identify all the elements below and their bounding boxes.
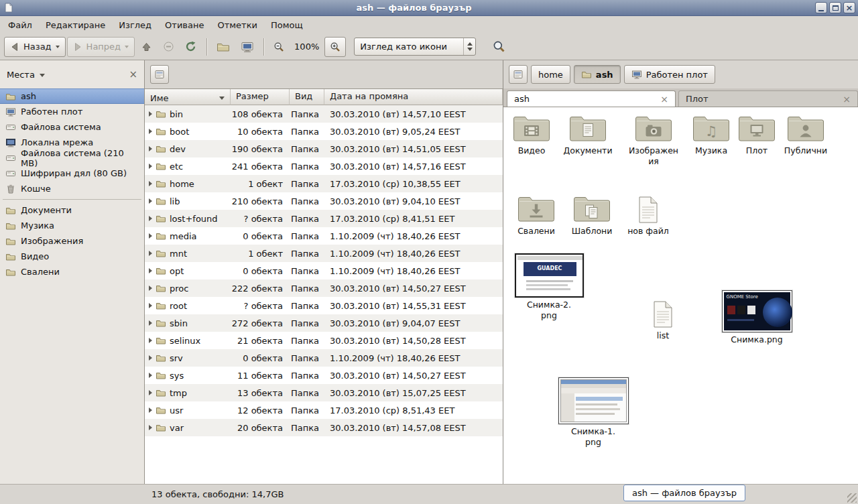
expander-icon[interactable] — [149, 338, 152, 343]
sidebar-item-filesystem[interactable]: Файлова система — [0, 119, 144, 135]
icon-item-templates[interactable]: Шаблони — [560, 193, 624, 237]
icon-view[interactable]: ВидеоДокументиИзображен ия♫МузикаПлотПуб… — [503, 107, 858, 484]
file-row-lost+found[interactable]: lost+found? обектаПапка17.03.2010 (ср) 8… — [145, 210, 503, 227]
expander-icon[interactable] — [149, 407, 152, 413]
path-button-desktop[interactable]: Работен плот — [624, 65, 715, 84]
file-row-sbin[interactable]: sbin272 обектаПапка30.03.2010 (вт) 9,04,… — [145, 314, 503, 332]
back-button[interactable]: Назад — [4, 37, 66, 57]
sidebar-selector-chevron-icon[interactable] — [40, 74, 45, 77]
icon-item-snimka-1[interactable]: Снимка-1. png — [561, 377, 625, 448]
sidebar-item-music[interactable]: Музика — [0, 218, 144, 233]
expander-icon[interactable] — [149, 390, 152, 395]
sidebar-item-pictures[interactable]: Изображения — [0, 233, 144, 249]
file-row-media[interactable]: media0 обектаПапка1.10.2009 (чт) 18,40,2… — [145, 227, 503, 245]
icon-item-downloads[interactable]: Свалени — [504, 193, 568, 237]
expander-icon[interactable] — [149, 373, 152, 378]
sidebar-item-videos[interactable]: Видео — [0, 249, 144, 264]
expander-icon[interactable] — [149, 198, 152, 204]
expander-icon[interactable] — [149, 320, 152, 326]
column-header-size[interactable]: Размер — [231, 89, 290, 105]
up-button[interactable] — [136, 37, 157, 57]
folder-icon — [156, 370, 166, 381]
expander-icon[interactable] — [149, 164, 152, 169]
file-row-tmp[interactable]: tmp13 обектаПапка30.03.2010 (вт) 15,07,2… — [145, 384, 503, 401]
sidebar-close-icon[interactable]: × — [129, 70, 137, 80]
sidebar-item-ash[interactable]: ash — [0, 88, 144, 104]
file-row-opt[interactable]: opt0 обектаПапка1.10.2009 (чт) 18,40,26 … — [145, 262, 503, 279]
expander-icon[interactable] — [149, 268, 152, 273]
file-row-home[interactable]: home1 обектПапка17.03.2010 (ср) 10,38,55… — [145, 175, 503, 192]
sidebar-item-volume-210[interactable]: Файлова система (210 MB) — [0, 150, 144, 166]
expander-icon[interactable] — [149, 181, 152, 186]
view-mode-select[interactable]: Изглед като икони — [354, 38, 476, 56]
file-row-mnt[interactable]: mnt1 обектПапка1.10.2009 (чт) 18,40,26 E… — [145, 245, 503, 262]
file-row-lib[interactable]: lib210 обектаПапка30.03.2010 (вт) 9,04,1… — [145, 192, 503, 210]
menu-file[interactable]: Файл — [1, 17, 39, 33]
menu-view[interactable]: Изглед — [112, 17, 158, 33]
expander-icon[interactable] — [149, 303, 152, 308]
expander-icon[interactable] — [149, 286, 152, 291]
zoom-in-button[interactable] — [324, 37, 346, 57]
file-date: 30.03.2010 (вт) 9,04,10 EEST — [324, 196, 503, 206]
icon-item-snimka[interactable]: GNOME StoreСнимка.png — [725, 290, 789, 345]
sidebar-item-documents[interactable]: Документи — [0, 202, 144, 218]
file-row-usr[interactable]: usr12 обектаПапка17.03.2010 (ср) 8,51,43… — [145, 401, 503, 419]
file-row-var[interactable]: var20 обектаПапка30.03.2010 (вт) 14,57,0… — [145, 419, 503, 436]
column-header-name[interactable]: Име — [145, 89, 231, 105]
minimize-button[interactable] — [815, 2, 827, 13]
file-row-bin[interactable]: bin108 обектаПапка30.03.2010 (вт) 14,57,… — [145, 105, 503, 123]
file-row-selinux[interactable]: selinux21 обектаПапка30.03.2010 (вт) 14,… — [145, 332, 503, 349]
icon-item-new-file[interactable]: нов файл — [616, 196, 680, 237]
close-button[interactable]: × — [843, 2, 855, 13]
expander-icon[interactable] — [149, 216, 152, 221]
titlebar[interactable]: ash — файлов браузър × — [0, 0, 858, 16]
icon-item-public[interactable]: Публични — [774, 113, 838, 156]
column-header-type[interactable]: Вид — [290, 89, 324, 105]
file-row-root[interactable]: root? обектаПапка30.03.2010 (вт) 14,55,3… — [145, 297, 503, 314]
column-header-date[interactable]: Дата на промяна — [324, 89, 503, 105]
tab-plot[interactable]: Плот× — [678, 90, 858, 107]
maximize-button[interactable] — [829, 2, 841, 13]
window-menu-icon[interactable] — [3, 2, 15, 14]
file-row-srv[interactable]: srv0 обектаПапка1.10.2009 (чт) 18,40,26 … — [145, 349, 503, 367]
path-button-home[interactable]: home — [531, 65, 570, 84]
path-button-location[interactable] — [509, 65, 528, 84]
forward-button[interactable]: Напред — [67, 37, 135, 57]
sidebar-item-trash[interactable]: Кошче — [0, 181, 144, 196]
menu-go[interactable]: Отиване — [158, 17, 210, 33]
expander-icon[interactable] — [149, 355, 152, 361]
sidebar-item-downloads[interactable]: Свалени — [0, 264, 144, 279]
tab-close-icon[interactable]: × — [843, 94, 851, 104]
zoom-out-button[interactable] — [269, 37, 289, 57]
tab-ash[interactable]: ash× — [507, 90, 676, 107]
menu-bookmarks[interactable]: Отметки — [210, 17, 263, 33]
file-row-dev[interactable]: dev190 обектаПапка30.03.2010 (вт) 14,51,… — [145, 140, 503, 158]
path-button-ash[interactable]: ash — [574, 65, 621, 84]
expander-icon[interactable] — [149, 111, 152, 117]
menu-edit[interactable]: Редактиране — [39, 17, 112, 33]
file-row-proc[interactable]: proc222 обектаПапка30.03.2010 (вт) 14,50… — [145, 279, 503, 297]
search-button[interactable] — [488, 37, 510, 57]
expander-icon[interactable] — [149, 146, 152, 151]
icon-item-pictures[interactable]: Изображен ия — [621, 113, 686, 168]
sidebar-item-desktop[interactable]: Работен плот — [0, 104, 144, 119]
icon-item-videos[interactable]: Видео — [503, 113, 564, 156]
icon-item-documents[interactable]: Документи — [556, 113, 620, 156]
sidebar-item-volume-80[interactable]: Шифриран дял (80 GB) — [0, 166, 144, 181]
icon-item-list[interactable]: list — [631, 300, 695, 341]
expander-icon[interactable] — [149, 251, 152, 256]
tab-close-icon[interactable]: × — [660, 94, 668, 104]
expander-icon[interactable] — [149, 425, 152, 430]
file-row-boot[interactable]: boot10 обектаПапка30.03.2010 (вт) 9,05,2… — [145, 123, 503, 140]
reload-button[interactable] — [180, 37, 202, 57]
location-button[interactable] — [150, 65, 169, 84]
file-row-sys[interactable]: sys11 обектаПапка30.03.2010 (вт) 14,50,2… — [145, 367, 503, 384]
icon-item-snimka-2[interactable]: GUADECСнимка-2. png — [517, 253, 581, 322]
stop-button[interactable] — [158, 37, 179, 57]
home-button[interactable] — [212, 37, 235, 57]
file-row-etc[interactable]: etc241 обектаПапка30.03.2010 (вт) 14,57,… — [145, 158, 503, 175]
menu-help[interactable]: Помощ — [264, 17, 310, 33]
expander-icon[interactable] — [149, 233, 152, 239]
computer-button[interactable] — [236, 37, 259, 57]
expander-icon[interactable] — [149, 129, 152, 134]
